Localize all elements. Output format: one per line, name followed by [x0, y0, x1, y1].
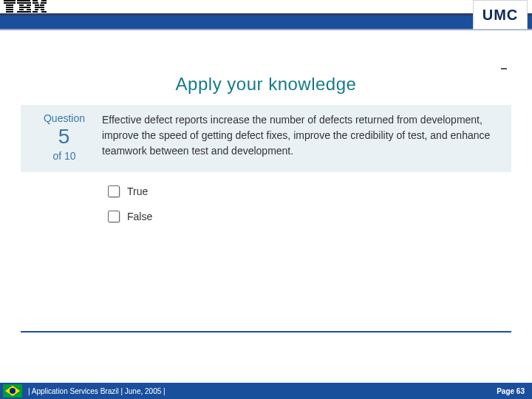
choice-false-label: False — [127, 211, 152, 222]
question-row: Question 5 of 10 Effective defect report… — [21, 105, 511, 172]
question-of: of 10 — [31, 150, 98, 162]
svg-rect-14 — [27, 9, 31, 10]
divider-line — [21, 331, 511, 332]
svg-rect-27 — [41, 11, 47, 13]
brazil-flag-icon — [3, 384, 22, 398]
svg-rect-10 — [19, 4, 24, 6]
footer-bar: | Application Services Brazil | June, 20… — [0, 383, 532, 399]
svg-rect-23 — [35, 7, 44, 8]
footer-page-number: Page 63 — [497, 387, 525, 395]
page-title: Apply your knowledge — [21, 74, 511, 95]
svg-rect-22 — [40, 4, 44, 6]
svg-rect-20 — [41, 2, 47, 4]
svg-rect-5 — [6, 11, 13, 13]
header-bar: UMC — [0, 0, 532, 24]
svg-rect-4 — [6, 9, 13, 10]
dash-mark — [501, 68, 507, 69]
checkbox-icon[interactable] — [108, 211, 120, 222]
svg-rect-19 — [33, 2, 38, 4]
question-text: Effective defect reports increase the nu… — [98, 112, 501, 162]
question-number: 5 — [31, 126, 98, 149]
svg-rect-11 — [27, 4, 31, 6]
header-stripe-light — [0, 29, 532, 30]
content-area: Apply your knowledge Question 5 of 10 Ef… — [21, 74, 511, 236]
question-label: Question — [31, 112, 98, 124]
checkbox-icon[interactable] — [108, 185, 120, 197]
slide: UMC Apply your knowledge Question 5 of 1… — [0, 0, 532, 399]
svg-rect-13 — [19, 9, 24, 10]
svg-rect-9 — [17, 2, 31, 4]
svg-rect-17 — [33, 0, 38, 1]
svg-rect-3 — [6, 7, 13, 8]
choice-true[interactable]: True — [108, 185, 511, 197]
choice-false[interactable]: False — [108, 211, 511, 222]
svg-rect-1 — [4, 2, 16, 4]
svg-rect-24 — [35, 9, 38, 10]
svg-rect-18 — [41, 0, 47, 1]
svg-rect-0 — [4, 0, 16, 1]
svg-rect-8 — [17, 0, 30, 1]
choice-true-label: True — [127, 185, 148, 197]
svg-rect-12 — [19, 7, 30, 8]
question-counter: Question 5 of 10 — [31, 112, 98, 162]
svg-rect-15 — [17, 11, 31, 13]
svg-rect-25 — [41, 9, 44, 10]
header-stripe-blue — [0, 16, 532, 29]
footer-left-text: | Application Services Brazil | June, 20… — [28, 387, 497, 395]
umc-logo: UMC — [473, 0, 528, 30]
svg-rect-21 — [35, 4, 39, 6]
svg-rect-2 — [6, 4, 13, 6]
svg-rect-26 — [33, 11, 38, 13]
choices-group: True False — [108, 185, 511, 222]
